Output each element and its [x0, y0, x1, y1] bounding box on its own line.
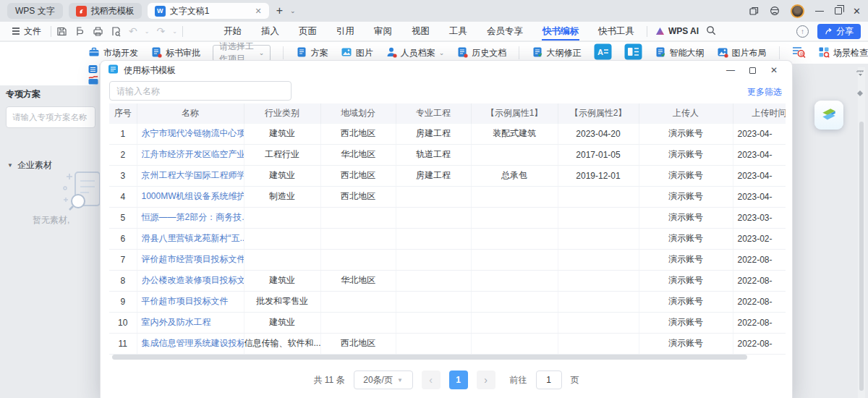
divider: [51, 26, 51, 37]
tab-list-chevron[interactable]: ⌄: [290, 7, 296, 14]
app-menu-button[interactable]: WPS 文字: [7, 3, 63, 19]
dialog-close-icon[interactable]: ✕: [763, 62, 785, 78]
work-project-select[interactable]: 请选择工作项目⌄: [213, 45, 271, 62]
nav-pane-icon[interactable]: [856, 90, 864, 98]
menu-item-2[interactable]: 插入: [260, 22, 280, 41]
ruler-toggle-icon[interactable]: [856, 69, 864, 78]
picture-button[interactable]: 图片: [341, 46, 373, 60]
cloud-upload-icon[interactable]: ↑: [796, 25, 809, 38]
empty-materials-illustration: [61, 168, 101, 215]
table-row[interactable]: 10室内外及防水工程建筑业演示账号2022-08-: [109, 312, 786, 333]
window-layout-icon[interactable]: [749, 7, 759, 16]
chart-tool-icon[interactable]: [88, 75, 98, 87]
next-page-button[interactable]: ›: [477, 371, 495, 389]
template-name-link[interactable]: 永宁市现代冷链物流中心项...: [137, 123, 244, 144]
table-row[interactable]: 11集成信息管理系统建设投标书信息传输、软件和...西北地区演示账号2022-0…: [109, 333, 786, 354]
share-button[interactable]: 分享: [817, 24, 861, 39]
picture-label: 图片: [356, 47, 373, 59]
table-tool-icon[interactable]: [88, 64, 98, 76]
template-name-link[interactable]: 滑县八里营镇龙苑新村“五...: [137, 228, 244, 249]
save-icon[interactable]: [56, 26, 67, 37]
table-cell: [396, 312, 471, 333]
dialog-maximize-icon[interactable]: [741, 62, 763, 78]
template-name-link[interactable]: 1000MW机组设备系统维护...: [137, 186, 244, 207]
undo-icon[interactable]: ↶: [129, 26, 137, 36]
personnel-files-button[interactable]: 人员档案⌄: [386, 46, 445, 60]
history-docs-button[interactable]: 历史文档: [456, 46, 506, 60]
assistant-floating-button[interactable]: [814, 101, 843, 130]
prev-page-button[interactable]: ‹: [422, 371, 441, 389]
redo-chevron[interactable]: ⌄: [172, 28, 177, 35]
table-row[interactable]: 6滑县八里营镇龙苑新村“五...演示账号2023-02-: [109, 228, 786, 249]
template-name-search-input[interactable]: [109, 81, 292, 101]
template-name-link[interactable]: 江舟市经济开发区临空产业...: [137, 144, 244, 165]
export-icon[interactable]: [75, 26, 85, 37]
user-avatar[interactable]: [791, 4, 804, 18]
bid-approval-label: 标书审批: [166, 47, 200, 59]
template-name-link[interactable]: 室内外及防水工程: [137, 312, 244, 333]
outline-fix-button[interactable]: 大纲修正: [532, 46, 582, 60]
vertical-scrollbar-thumb[interactable]: [859, 122, 864, 391]
template-name-link[interactable]: 评价超市经营项目投标文件: [137, 249, 244, 270]
new-tab-button[interactable]: +: [275, 4, 284, 17]
tab-docer-template[interactable]: 找稻壳模板: [69, 3, 142, 19]
image-layout-button[interactable]: 图片布局: [717, 46, 767, 60]
goto-page-input[interactable]: [536, 371, 562, 389]
tab-document[interactable]: W 文字文稿1 ✕: [148, 3, 269, 19]
minimize-icon[interactable]: [815, 11, 824, 12]
template-name-link[interactable]: 办公楼改造装修项目投标文件: [137, 270, 244, 291]
redo-icon[interactable]: ↷: [156, 26, 165, 36]
menu-item-4[interactable]: 引用: [336, 22, 355, 41]
market-dev-icon: [88, 46, 100, 60]
template-name-link[interactable]: 平价超市项目投标文件: [137, 291, 244, 312]
menu-item-10[interactable]: 快书工具: [597, 22, 635, 41]
print-icon[interactable]: [93, 26, 103, 37]
file-menu-button[interactable]: 文件: [7, 25, 46, 38]
ai-review-icon[interactable]: @: [791, 46, 806, 61]
table-row[interactable]: 5恒源——第2部分：商务技...演示账号2023-03-: [109, 207, 786, 228]
table-row[interactable]: 1永宁市现代冷链物流中心项...建筑业西北地区房建工程装配式建筑2023-04-…: [109, 123, 786, 144]
page-size-select[interactable]: 20条/页 ▼: [354, 371, 413, 389]
appearance-icon[interactable]: [770, 6, 780, 16]
dialog-minimize-icon[interactable]: —: [720, 62, 741, 78]
template-name-link[interactable]: 京州工程大学国际工程师学...: [137, 165, 244, 186]
file-menu-label: 文件: [24, 25, 41, 38]
menu-item-5[interactable]: 审阅: [373, 22, 393, 41]
print-preview-icon[interactable]: [111, 26, 122, 37]
menu-item-7[interactable]: 工具: [448, 22, 468, 41]
table-row[interactable]: 2江舟市经济开发区临空产业...工程行业华北地区轨道工程2017-01-05演示…: [109, 144, 786, 165]
scene-check-button[interactable]: 场景检查: [818, 46, 868, 60]
table-row[interactable]: 41000MW机组设备系统维护...制造业西北地区演示账号2023-04-: [109, 186, 786, 207]
sidebar-search-input[interactable]: [6, 106, 95, 128]
bid-approval-button[interactable]: 标书审批: [150, 46, 200, 60]
close-window-icon[interactable]: ✕: [853, 7, 861, 16]
menu-item-6[interactable]: 视图: [411, 22, 430, 41]
plan-icon: [296, 46, 307, 60]
table-cell: [244, 207, 320, 228]
wps-ai-button[interactable]: WPS AI: [655, 26, 699, 36]
table-row[interactable]: 9平价超市项目投标文件批发和零售业演示账号2022-08-: [109, 291, 786, 312]
smart-outline-button[interactable]: 智能大纲: [655, 46, 705, 60]
template-name-link[interactable]: 恒源——第2部分：商务技...: [137, 207, 244, 228]
table-row[interactable]: 8办公楼改造装修项目投标文件建筑业华北地区演示账号2022-08-: [109, 270, 786, 291]
table-row[interactable]: 7评价超市经营项目投标文件演示账号2022-08-: [109, 249, 786, 270]
horizontal-scrollbar-thumb[interactable]: [112, 355, 747, 360]
undo-chevron[interactable]: ⌄: [145, 28, 150, 35]
menu-item-9[interactable]: 快书编标: [542, 22, 579, 41]
menu-item-8[interactable]: 会员专享: [486, 22, 524, 41]
current-page-button[interactable]: 1: [449, 371, 468, 389]
sidebar-section-materials[interactable]: ▼ 企业素材: [7, 159, 52, 172]
table-row[interactable]: 3京州工程大学国际工程师学...建筑业西北地区房建工程总承包2019-12-01…: [109, 165, 786, 186]
restore-window-icon[interactable]: [835, 7, 842, 14]
market-dev-button[interactable]: 市场开发: [88, 46, 138, 60]
table-cell: [396, 249, 471, 270]
menu-item-3[interactable]: 页面: [298, 22, 318, 41]
template-name-link[interactable]: 集成信息管理系统建设投标书: [137, 333, 244, 354]
plan-button[interactable]: 方案: [296, 46, 328, 60]
menu-item-1[interactable]: 开始: [223, 22, 242, 41]
more-filters-link[interactable]: 更多筛选: [747, 86, 782, 98]
search-icon[interactable]: [706, 25, 716, 38]
table-cell: 演示账号: [639, 291, 733, 312]
tab-close-icon[interactable]: ✕: [255, 7, 261, 15]
dialog-titlebar[interactable]: 使用标书模板 — ✕: [101, 61, 792, 80]
